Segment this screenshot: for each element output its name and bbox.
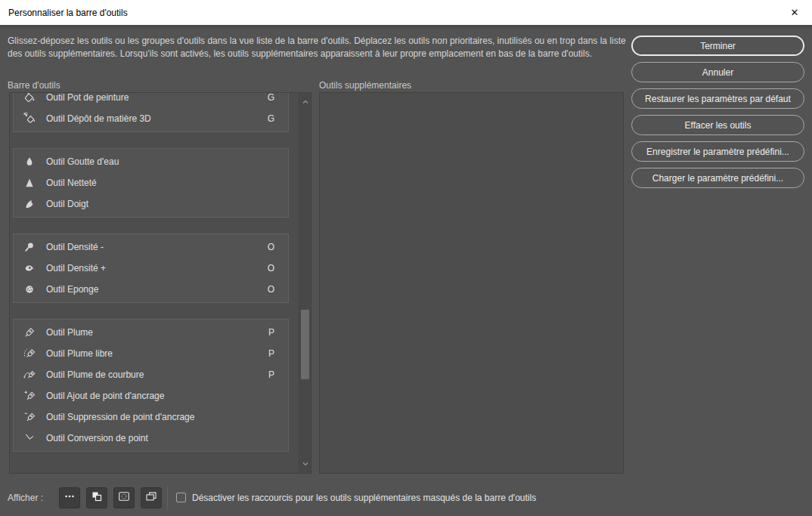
tool-label: Outil Suppression de point d'ancrage xyxy=(46,412,194,422)
tool-row[interactable]: Outil Pot de peintureG xyxy=(14,93,288,108)
button-cluster: TerminerAnnuler xyxy=(631,36,804,82)
water-drop-icon xyxy=(23,156,36,168)
titlebar: Personnaliser la barre d'outils ✕ xyxy=(0,0,812,25)
smudge-icon xyxy=(23,198,36,210)
enregistrer-parametre-predefini-button[interactable]: Enregistrer le paramètre prédéfini... xyxy=(631,141,804,162)
titlebar-shadow xyxy=(0,25,812,29)
extra-tools-panel-label: Outils supplémentaires xyxy=(319,80,411,91)
effacer-outils-button[interactable]: Effacer les outils xyxy=(631,115,804,135)
paint-bucket-icon xyxy=(23,93,36,104)
quick-mask-icon xyxy=(118,490,130,505)
annuler-button[interactable]: Annuler xyxy=(631,62,804,82)
tool-row[interactable]: Outil Netteté xyxy=(14,172,288,193)
tool-row[interactable]: Outil PlumeP xyxy=(14,322,288,343)
tool-row[interactable]: Outil Doigt xyxy=(14,193,288,215)
tool-label: Outil Densité + xyxy=(46,263,106,273)
tool-group: Outil Pot de peintureGOutil Dépôt de mat… xyxy=(13,93,289,132)
tool-shortcut: O xyxy=(268,284,274,295)
button-cluster: Restaurer les paramètres par défautEffac… xyxy=(631,88,804,135)
tool-label: Outil Conversion de point xyxy=(46,433,148,443)
tool-label: Outil Eponge xyxy=(46,284,98,295)
tool-label: Outil Netteté xyxy=(46,178,97,188)
screen-mode-icon xyxy=(145,490,157,505)
button-cluster: Enregistrer le paramètre prédéfini...Cha… xyxy=(631,141,804,188)
tool-label: Outil Plume xyxy=(46,327,93,338)
tool-row[interactable]: Outil Densité -O xyxy=(14,236,288,258)
disable-shortcuts-label: Désactiver les raccourcis pour les outil… xyxy=(192,493,536,503)
sponge-icon xyxy=(23,283,36,295)
toolbar-panel-label: Barre d'outils xyxy=(8,80,60,91)
curvature-pen-icon xyxy=(23,369,36,381)
tool-label: Outil Dépôt de matière 3D xyxy=(46,113,151,124)
fg-bg-colors-button[interactable] xyxy=(86,487,107,508)
tool-label: Outil Ajout de point d'ancrage xyxy=(46,391,164,401)
tool-group: Outil PlumePOutil Plume librePOutil Plum… xyxy=(13,319,289,452)
dodge-icon xyxy=(23,241,36,253)
tool-shortcut: O xyxy=(268,263,274,273)
tool-label: Outil Pot de peinture xyxy=(46,93,129,103)
freeform-pen-icon xyxy=(23,348,36,360)
tool-groups-container: Outil Pot de peintureGOutil Dépôt de mat… xyxy=(13,93,297,473)
tool-shortcut: P xyxy=(268,369,274,380)
burn-icon xyxy=(23,262,36,274)
tool-row[interactable]: Outil EpongeO xyxy=(14,279,288,300)
show-label: Afficher : xyxy=(8,493,43,503)
add-anchor-icon xyxy=(23,390,36,402)
tool-label: Outil Plume libre xyxy=(46,348,113,359)
tool-row[interactable]: Outil Ajout de point d'ancrage xyxy=(14,385,288,406)
extra-tools-panel[interactable] xyxy=(319,92,624,474)
tool-row[interactable]: Outil Plume de courbureP xyxy=(14,364,288,385)
quick-mask-button[interactable] xyxy=(113,487,135,508)
fg-bg-colors-icon xyxy=(91,490,103,505)
tool-shortcut: P xyxy=(268,327,274,338)
disable-shortcuts-checkbox[interactable] xyxy=(176,493,186,502)
window-title: Personnaliser la barre d'outils xyxy=(8,8,128,18)
scrollbar-thumb[interactable] xyxy=(301,310,309,379)
footer-separator xyxy=(167,486,168,510)
tool-row[interactable]: Outil Suppression de point d'ancrage xyxy=(14,406,288,428)
delete-anchor-icon xyxy=(23,411,36,423)
tool-group: Outil Densité -OOutil Densité +OOutil Ep… xyxy=(13,233,289,303)
tool-shortcut: G xyxy=(268,93,274,103)
material-drop-3d-icon xyxy=(23,113,36,125)
description-text: Glissez-déposez les outils ou les groupe… xyxy=(8,35,628,60)
terminer-button[interactable]: Terminer xyxy=(631,36,804,56)
charger-parametre-predefini-button[interactable]: Charger le paramètre prédéfini... xyxy=(631,168,804,188)
sharpen-icon xyxy=(23,177,36,189)
ellipsis-button[interactable] xyxy=(59,487,80,508)
scroll-down-icon[interactable] xyxy=(301,459,310,468)
footer-icon-buttons xyxy=(59,487,162,508)
tool-label: Outil Plume de courbure xyxy=(46,369,144,380)
action-buttons-column: TerminerAnnulerRestaurer les paramètres … xyxy=(631,36,804,194)
tool-label: Outil Doigt xyxy=(46,199,88,209)
tool-row[interactable]: Outil Dépôt de matière 3DG xyxy=(14,108,288,129)
tool-shortcut: G xyxy=(268,113,274,124)
tool-row[interactable]: Outil Densité +O xyxy=(14,258,288,279)
tool-shortcut: O xyxy=(268,242,274,252)
tool-group: Outil Goutte d'eauOutil NettetéOutil Doi… xyxy=(13,148,289,218)
tool-row[interactable]: Outil Goutte d'eau xyxy=(14,151,288,172)
tool-row[interactable]: Outil Plume libreP xyxy=(14,343,288,364)
tool-label: Outil Densité - xyxy=(46,242,104,252)
restaurer-parametres-defaut-button[interactable]: Restaurer les paramètres par défaut xyxy=(631,88,804,109)
convert-point-icon xyxy=(23,432,36,444)
tool-label: Outil Goutte d'eau xyxy=(46,156,119,167)
close-icon[interactable]: ✕ xyxy=(777,0,812,25)
scroll-up-icon[interactable] xyxy=(301,97,310,107)
customize-toolbar-dialog: Personnaliser la barre d'outils ✕ Glisse… xyxy=(0,0,812,516)
tool-shortcut: P xyxy=(268,348,274,359)
screen-mode-button[interactable] xyxy=(141,487,162,508)
tool-row[interactable]: Outil Conversion de point xyxy=(14,428,288,449)
ellipsis-icon xyxy=(64,490,76,505)
pen-icon xyxy=(23,326,36,338)
toolbar-tools-list: Outil Pot de peintureGOutil Dépôt de mat… xyxy=(9,92,311,474)
toolbar-list-scrollbar[interactable] xyxy=(299,93,311,473)
